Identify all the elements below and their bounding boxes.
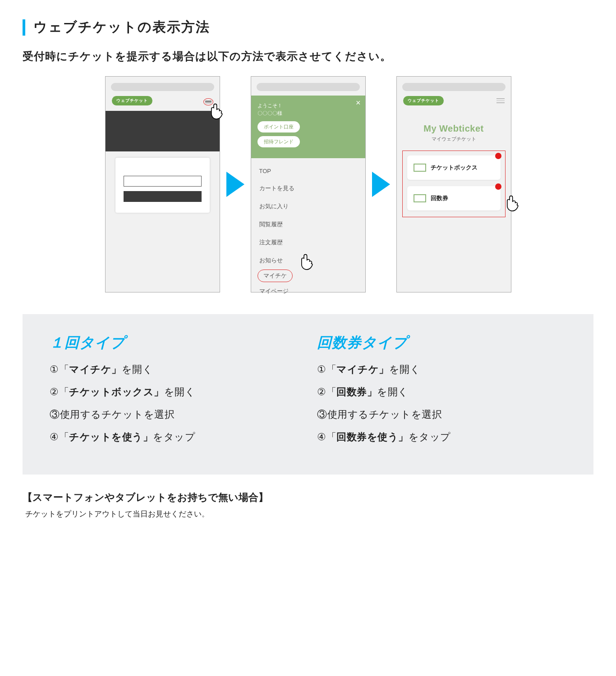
menu-top[interactable]: TOP: [251, 163, 365, 179]
highlighted-area: チケットボックス 回数券: [402, 151, 506, 217]
menu-mypage[interactable]: マイページ: [251, 282, 365, 300]
title-accent-bar: [23, 19, 25, 36]
arrow-right-icon: [226, 172, 244, 197]
step-1: ①「マイチケ」を開く: [317, 363, 566, 376]
step-1: ①「マイチケ」を開く: [50, 363, 299, 376]
column-title: 回数券タイプ: [317, 333, 566, 353]
mockup-screen-2: × ようこそ！ 〇〇〇〇様 ポイント口座 招待フレンド TOP カートを見る お…: [251, 76, 366, 292]
arrow-right-icon: [372, 172, 390, 197]
notification-dot-icon: [495, 183, 501, 190]
submit-button[interactable]: [124, 191, 202, 202]
points-pill[interactable]: ポイント口座: [257, 121, 300, 132]
close-icon[interactable]: ×: [356, 98, 361, 108]
ticket-icon: [414, 194, 426, 202]
ticketbox-card[interactable]: チケットボックス: [407, 155, 501, 180]
step-3: ③使用するチケットを選択: [317, 408, 566, 421]
step-2: ②「回数券」を開く: [317, 385, 566, 399]
pointer-hand-icon: [502, 194, 521, 213]
ticket-icon: [414, 164, 426, 172]
pointer-hand-icon: [206, 102, 225, 121]
card-label: チケットボックス: [431, 164, 478, 172]
menu-cart[interactable]: カートを見る: [251, 179, 365, 197]
page-subtitle: 受付時にチケットを提示する場合は以下の方法で表示させてください。: [23, 49, 593, 64]
url-bar-placeholder: [402, 83, 506, 91]
url-bar-placeholder: [257, 83, 360, 91]
menu-browse-history[interactable]: 閲覧履歴: [251, 215, 365, 233]
mockup-screen-1: ウェブチケット: [105, 76, 220, 292]
notification-dot-icon: [495, 153, 501, 159]
column-title: １回タイプ: [50, 333, 299, 353]
hamburger-menu-button[interactable]: [496, 98, 505, 103]
coupon-card[interactable]: 回数券: [407, 186, 501, 210]
drawer-header: × ようこそ！ 〇〇〇〇様 ポイント口座 招待フレンド: [251, 96, 365, 158]
welcome-text: ようこそ！ 〇〇〇〇様: [257, 102, 359, 117]
screens-row: ウェブチケット × ようこそ！ 〇〇〇〇様 ポイント口座 招待フレンド TOP …: [23, 76, 593, 292]
mockup-screen-3: ウェブチケット My Webticket マイウェブチケット チケットボックス …: [396, 76, 511, 292]
text-input[interactable]: [124, 176, 202, 187]
hero-placeholder: [106, 111, 220, 151]
menu-favorites[interactable]: お気に入り: [251, 197, 365, 215]
step-2: ②「チケットボックス」を開く: [50, 385, 299, 399]
url-bar-placeholder: [111, 83, 214, 91]
webticket-badge: ウェブチケット: [112, 96, 152, 105]
page-title: ウェブチケットの表示方法: [33, 18, 210, 37]
multi-use-column: 回数券タイプ ①「マイチケ」を開く ②「回数券」を開く ③使用するチケットを選択…: [317, 333, 566, 453]
pointer-hand-icon: [296, 252, 315, 271]
friends-pill[interactable]: 招待フレンド: [257, 136, 300, 147]
card-label: 回数券: [431, 194, 448, 202]
my-webticket-title: My Webticket: [397, 123, 511, 134]
drawer-menu: TOP カートを見る お気に入り 閲覧履歴 注文履歴 お知らせ マイチケ マイペ…: [251, 158, 365, 305]
step-3: ③使用するチケットを選択: [50, 408, 299, 421]
footer-heading: 【スマートフォンやタブレットをお持ちで無い場合】: [23, 491, 593, 504]
single-use-column: １回タイプ ①「マイチケ」を開く ②「チケットボックス」を開く ③使用するチケッ…: [50, 333, 299, 453]
footer-text: チケットをプリントアウトして当日お見せください。: [23, 509, 593, 519]
login-modal: [115, 158, 210, 213]
step-4: ④「回数券を使う」をタップ: [317, 430, 566, 444]
step-4: ④「チケットを使う」をタップ: [50, 430, 299, 444]
menu-myticket[interactable]: マイチケ: [257, 269, 293, 282]
menu-order-history[interactable]: 注文履歴: [251, 233, 365, 251]
webticket-badge: ウェブチケット: [403, 96, 444, 105]
instructions-panel: １回タイプ ①「マイチケ」を開く ②「チケットボックス」を開く ③使用するチケッ…: [23, 314, 593, 475]
my-webticket-subtitle: マイウェブチケット: [397, 136, 511, 142]
